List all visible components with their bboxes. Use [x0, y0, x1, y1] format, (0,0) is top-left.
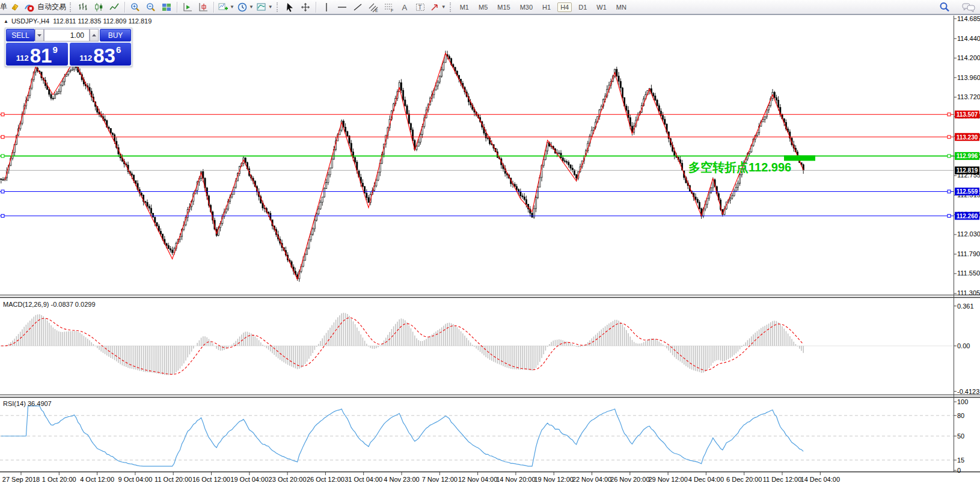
buy-price-prefix: 112	[79, 54, 92, 65]
rsi-name: RSI(14)	[3, 400, 26, 407]
price-axis-label: 114.200	[957, 54, 980, 61]
sell-button[interactable]: SELL	[6, 29, 35, 42]
tile-windows-icon[interactable]	[160, 1, 173, 14]
text-label-icon[interactable]: T	[414, 1, 427, 14]
time-axis-label: 4 Oct 12:00	[80, 476, 114, 483]
orders-label[interactable]: 单	[0, 2, 7, 12]
collapse-icon[interactable]: ▲	[4, 19, 8, 24]
timeframe-D1[interactable]: D1	[575, 2, 590, 12]
chart-shift-icon[interactable]	[197, 1, 210, 14]
timeframe-M1[interactable]: M1	[457, 2, 472, 12]
macd-axis-label: 0.00	[957, 342, 970, 349]
clock-icon	[237, 2, 248, 13]
line-handle[interactable]	[948, 214, 951, 217]
price-tags: 113.507113.230112.996112.819112.559112.2…	[955, 111, 979, 220]
macd-indicator	[0, 313, 954, 375]
candlestick-chart-icon[interactable]	[92, 1, 105, 14]
timeframe-H1[interactable]: H1	[539, 2, 554, 12]
periods-button[interactable]: ▼	[237, 1, 254, 14]
autotrading-button[interactable]: 自动交易	[24, 1, 66, 14]
equidistant-channel-icon[interactable]: E	[367, 1, 380, 14]
chart-canvas[interactable]: 多空转折点112.996114.685114.440114.200113.960…	[0, 0, 980, 489]
svg-text:E: E	[375, 8, 378, 13]
toolbar: 单 自动交易	[0, 0, 980, 15]
toolbar-separator	[316, 2, 316, 13]
buy-button[interactable]: BUY	[100, 29, 131, 42]
time-axis-label: 22 Nov 04:00	[572, 476, 611, 483]
chevron-down-icon: ▼	[441, 4, 446, 10]
rsi-axis-label: 100	[957, 398, 968, 405]
cursor-icon[interactable]	[283, 1, 296, 14]
rsi-value: 36.4907	[28, 400, 52, 407]
sell-price-button[interactable]: 112819	[6, 43, 68, 66]
fibonacci-icon[interactable]: F	[382, 1, 396, 14]
new-order-icon[interactable]	[8, 1, 22, 14]
timeframe-W1[interactable]: W1	[593, 2, 610, 12]
arrows-button[interactable]: ▼	[429, 1, 446, 14]
vertical-line-icon[interactable]	[320, 1, 333, 14]
volume-input[interactable]	[44, 29, 90, 42]
rsi-axis-label: 0	[957, 467, 961, 474]
macd-histogram	[1, 313, 803, 375]
horizontal-line-icon[interactable]	[335, 1, 349, 14]
sell-price-sup: 9	[52, 45, 57, 55]
templates-button[interactable]: ▼	[256, 1, 273, 14]
macd-values: -0.0837 0.0299	[51, 301, 95, 308]
zoom-out-icon[interactable]	[144, 1, 158, 14]
trendline-icon[interactable]	[351, 1, 364, 14]
trade-panel-top-row: SELL BUY	[6, 29, 131, 42]
buy-price-big: 83	[93, 46, 115, 65]
price-tag-label: 113.507	[957, 111, 978, 118]
zoom-in-icon[interactable]	[129, 1, 142, 14]
timeframe-M15[interactable]: M15	[494, 2, 513, 12]
price-tag-label: 112.559	[957, 188, 978, 195]
volume-increase-button[interactable]	[90, 29, 99, 42]
bar-chart-icon[interactable]	[76, 1, 90, 14]
timeframe-MN[interactable]: MN	[613, 2, 629, 12]
timeframe-M5[interactable]: M5	[476, 2, 491, 12]
line-handle[interactable]	[1, 135, 4, 138]
time-axis-label: 4 Nov 23:00	[384, 476, 419, 483]
line-handle[interactable]	[948, 113, 951, 116]
rsi-label: RSI(14) 36.4907	[3, 400, 52, 407]
line-handle[interactable]	[948, 135, 951, 138]
rsi-axis-label: 80	[957, 412, 964, 419]
search-icon[interactable]	[938, 1, 951, 14]
annotation-layer: 多空转折点112.996	[688, 155, 815, 174]
line-chart-icon[interactable]	[108, 1, 121, 14]
timeframe-H4[interactable]: H4	[557, 2, 572, 12]
line-handle[interactable]	[948, 155, 951, 158]
price-tag-label: 112.819	[957, 167, 978, 174]
volume-decrease-button[interactable]	[35, 29, 44, 42]
time-axis-label: 11 Dec 12:00	[763, 476, 802, 483]
chat-icon[interactable]	[962, 1, 975, 14]
one-click-trading-panel: SELL BUY 112819 112836	[5, 28, 132, 67]
time-axis-label: 23 Oct 20:00	[269, 476, 307, 483]
line-handle[interactable]	[1, 155, 4, 158]
timeframe-M30[interactable]: M30	[517, 2, 536, 12]
text-icon[interactable]: A	[398, 1, 411, 14]
price-axis-label: 113.960	[957, 74, 980, 81]
time-axis-label: 19 Oct 04:00	[230, 476, 268, 483]
price-axis-label: 112.030	[957, 230, 980, 238]
toolbar-grip[interactable]	[277, 2, 280, 12]
timeframe-toolbar: M1M5M15M30H1H4D1W1MN	[455, 2, 631, 12]
symbol-ohlc-text: USDJPY-,H4 112.811 112.835 112.809 112.8…	[11, 17, 152, 25]
line-handle[interactable]	[948, 190, 951, 193]
green-highlight-segment	[784, 155, 815, 161]
toolbar-grip[interactable]	[70, 2, 73, 12]
line-handle[interactable]	[1, 214, 4, 217]
time-axis-label: 29 Nov 12:00	[648, 476, 687, 483]
crosshair-icon[interactable]	[299, 1, 312, 14]
chevron-down-icon: ▼	[268, 4, 273, 10]
horizontal-level-lines	[0, 113, 954, 218]
svg-text:T: T	[418, 4, 421, 10]
toolbar-grip[interactable]	[450, 2, 453, 12]
rsi-axis-label: 50	[957, 432, 964, 440]
buy-price-button[interactable]: 112836	[70, 43, 132, 66]
auto-scroll-icon[interactable]	[181, 1, 194, 14]
indicators-button[interactable]: ▼	[218, 1, 234, 14]
line-handle[interactable]	[1, 113, 4, 116]
price-tag-label: 112.260	[957, 213, 978, 220]
line-handle[interactable]	[1, 190, 4, 193]
